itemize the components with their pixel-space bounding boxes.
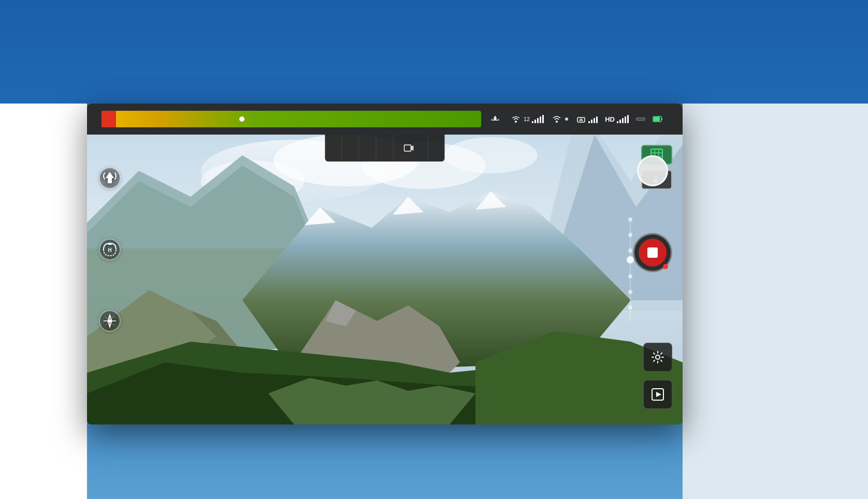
top-bar: 12: [87, 104, 683, 135]
iso-section[interactable]: [325, 135, 342, 162]
photo-capture-area: [637, 166, 668, 186]
svg-rect-4: [683, 104, 868, 499]
recording-time-display: [663, 264, 671, 269]
rc-signal-status: 12: [510, 114, 544, 124]
warning-indicator: [102, 111, 116, 127]
hd-bar-4: [625, 116, 626, 123]
svg-point-59: [656, 355, 660, 359]
svg-rect-33: [579, 120, 583, 121]
recording-indicator: [663, 264, 668, 269]
svg-rect-37: [654, 117, 660, 121]
signal-bar-2: [534, 120, 536, 123]
title-area: [0, 16, 868, 20]
svg-rect-38: [404, 145, 411, 151]
wifi-icon: [551, 114, 562, 124]
svg-rect-36: [661, 118, 662, 120]
signal-bar-5: [542, 115, 544, 123]
orbit-button[interactable]: H: [97, 237, 122, 262]
svg-point-29: [515, 121, 517, 123]
gps-status: [489, 114, 503, 124]
flight-timer: [636, 118, 645, 121]
signal-bar-3: [537, 118, 539, 123]
compass-icon: [98, 310, 121, 332]
color-section[interactable]: [428, 135, 445, 162]
exposure-dot-3: [628, 248, 632, 253]
svg-point-52: [108, 319, 111, 322]
svg-rect-3: [0, 104, 87, 499]
transmission-status: [551, 114, 569, 124]
record-button-inner: [639, 239, 667, 267]
exposure-slider[interactable]: [630, 217, 631, 321]
exposure-dot-2: [628, 233, 632, 237]
orbit-icon: H: [98, 238, 121, 261]
left-flight-controls: H: [97, 166, 122, 333]
return-home-button[interactable]: [97, 166, 122, 190]
playback-icon: [651, 388, 664, 401]
exposure-track: [630, 217, 631, 321]
exposure-dot-4: [628, 274, 632, 278]
hd-bar-1: [617, 121, 618, 123]
rc-signal-number: 12: [524, 116, 530, 122]
svg-point-31: [565, 118, 568, 121]
svg-rect-34: [580, 119, 582, 120]
bottom-right-controls: [643, 343, 672, 409]
svg-text:H: H: [108, 247, 111, 253]
hd-bar-3: [622, 118, 624, 123]
battery-icon: [653, 115, 663, 123]
ctrl-bar-1: [588, 121, 590, 123]
svg-point-10: [444, 137, 538, 173]
battery-status: [653, 115, 665, 123]
ctrl-bar-4: [596, 116, 598, 123]
control-signal-status: [576, 114, 598, 124]
hd-bar-2: [619, 120, 621, 123]
svg-point-30: [556, 121, 558, 123]
svg-marker-61: [656, 392, 661, 397]
ctrl-bar-3: [594, 118, 595, 123]
exposure-dot-bottom: [628, 305, 632, 310]
control-signal-bars: [588, 115, 598, 123]
flight-status-bar: [102, 111, 481, 127]
drone-icon: [489, 114, 501, 124]
hd-signal-status: HD: [605, 115, 629, 123]
shutter-section[interactable]: [342, 135, 359, 162]
ctrl-bar-2: [591, 120, 592, 123]
status-icons: 12: [489, 114, 676, 124]
hd-bar-5: [627, 115, 629, 123]
stop-record-icon: [647, 247, 658, 258]
video-icon: [404, 144, 414, 152]
compass-button[interactable]: [97, 309, 122, 333]
photo-button[interactable]: [637, 155, 668, 186]
playback-button[interactable]: [643, 380, 672, 409]
exposure-dot-5: [628, 290, 632, 294]
rc-icon: [510, 114, 522, 124]
dji-app-container: 12: [87, 104, 683, 424]
exposure-dot-top: [628, 217, 632, 222]
wb-section[interactable]: [377, 135, 394, 162]
ev-section[interactable]: [359, 135, 377, 162]
transmission-indicator: [565, 114, 569, 124]
resolution-section[interactable]: [394, 135, 428, 162]
progress-dot: [239, 116, 244, 122]
settings-button[interactable]: [643, 343, 672, 372]
hd-label: HD: [605, 115, 615, 123]
signal-bar-1: [532, 121, 533, 123]
return-home-icon: [98, 167, 121, 189]
controller-icon: [576, 114, 586, 124]
camera-hud: [325, 135, 445, 162]
rc-signal-bars: [532, 115, 544, 123]
signal-bar-4: [540, 116, 541, 123]
settings-icon: [651, 350, 664, 364]
hd-signal-bars: [617, 115, 629, 123]
